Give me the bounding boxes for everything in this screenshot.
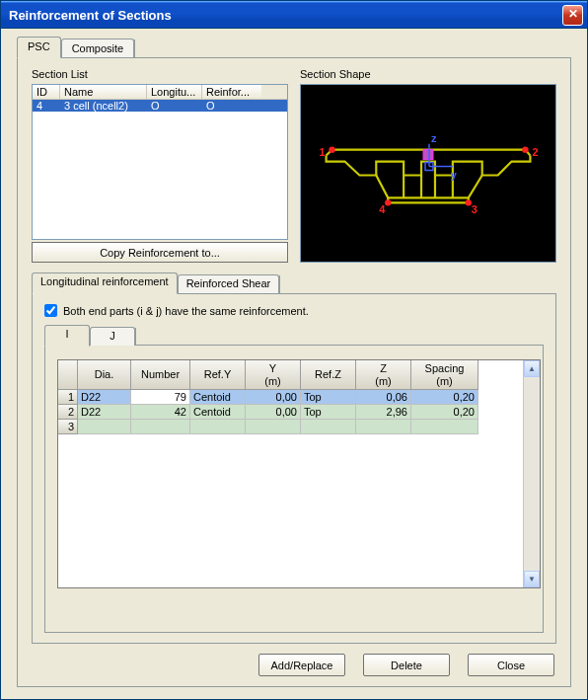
cell-longitu: O <box>147 100 202 112</box>
section-shape-block: Section Shape <box>300 68 556 263</box>
tab-composite[interactable]: Composite <box>61 39 135 57</box>
svg-point-12 <box>385 199 391 205</box>
svg-point-11 <box>522 146 528 152</box>
table-row[interactable]: 4 3 cell (ncell2) O O <box>33 100 287 112</box>
shape-svg: y z 1 2 <box>301 85 555 262</box>
ij-tabs: I J <box>44 325 544 346</box>
longitudinal-panel: Both end parts (i & j) have the same rei… <box>32 293 556 644</box>
svg-text:4: 4 <box>379 203 386 215</box>
same-reinforcement-row: Both end parts (i & j) have the same rei… <box>44 304 544 317</box>
col-ym[interactable]: Y (m) <box>246 360 301 390</box>
cell-ym[interactable]: 0,00 <box>246 405 301 420</box>
svg-text:3: 3 <box>472 203 478 215</box>
cell-id: 4 <box>33 100 60 112</box>
svg-point-10 <box>329 146 334 152</box>
section-list-grid[interactable]: ID Name Longitu... Reinfor... 4 3 cell (… <box>32 84 288 240</box>
cell-dia[interactable]: D22 <box>78 405 131 420</box>
tab-panel-psc: Section List ID Name Longitu... Reinfor.… <box>17 57 571 687</box>
cell-number[interactable]: 79 <box>131 390 190 405</box>
cell-spacing[interactable]: 0,20 <box>411 390 478 405</box>
table-row[interactable]: 3 <box>58 420 523 434</box>
cell-zm[interactable]: 2,96 <box>356 405 411 420</box>
window-title: Reinforcement of Sections <box>9 8 172 23</box>
section-list-header: ID Name Longitu... Reinfor... <box>33 85 287 100</box>
copy-reinforcement-button[interactable]: Copy Reinforcement to... <box>32 242 288 263</box>
ij-tab-separator <box>135 328 136 346</box>
row-num[interactable]: 1 <box>58 390 78 405</box>
cell-number[interactable] <box>131 420 190 434</box>
titlebar[interactable]: Reinforcement of Sections ✕ <box>1 1 587 29</box>
add-replace-button[interactable]: Add/Replace <box>258 654 345 676</box>
col-id[interactable]: ID <box>33 85 60 99</box>
section-list-label: Section List <box>32 68 288 80</box>
row-num[interactable]: 2 <box>58 405 78 420</box>
upper-row: Section List ID Name Longitu... Reinfor.… <box>32 68 556 263</box>
rebar-grid[interactable]: Dia. Number Ref.Y Y (m) Ref.Z Z (m) Spac… <box>57 359 541 588</box>
tab-i[interactable]: I <box>44 325 90 347</box>
close-button[interactable]: Close <box>468 654 554 676</box>
inner-tabs: Longitudinal reinforcement Reinforced Sh… <box>32 272 556 293</box>
outer-tabs: PSC Composite <box>17 37 571 57</box>
col-refy[interactable]: Ref.Y <box>190 360 246 390</box>
table-row[interactable]: 2 D22 42 Centoid 0,00 Top 2,96 0,20 <box>58 405 523 420</box>
section-shape-canvas[interactable]: y z 1 2 <box>300 84 556 263</box>
inner-tab-separator <box>279 275 280 293</box>
cell-ym[interactable] <box>246 420 301 434</box>
ij-panel: Dia. Number Ref.Y Y (m) Ref.Z Z (m) Spac… <box>44 345 544 633</box>
svg-text:2: 2 <box>532 146 538 158</box>
scrollbar[interactable]: ▲ ▼ <box>523 360 540 587</box>
col-rownum[interactable] <box>58 360 78 390</box>
cell-refz[interactable]: Top <box>301 405 356 420</box>
table-row[interactable]: 1 D22 79 Centoid 0,00 Top 0,06 0,20 <box>58 390 523 405</box>
cell-number[interactable]: 42 <box>131 405 190 420</box>
tab-j[interactable]: J <box>90 327 135 346</box>
main-window: Reinforcement of Sections ✕ PSC Composit… <box>0 0 588 700</box>
section-list-block: Section List ID Name Longitu... Reinfor.… <box>32 68 288 263</box>
cell-dia[interactable] <box>78 420 131 434</box>
cell-ym[interactable]: 0,00 <box>246 390 301 405</box>
row-num[interactable]: 3 <box>58 420 78 434</box>
svg-text:1: 1 <box>320 146 326 158</box>
col-longitu[interactable]: Longitu... <box>147 85 202 99</box>
cell-spacing[interactable]: 0,20 <box>411 405 478 420</box>
footer-buttons: Add/Replace Delete Close <box>32 654 556 676</box>
tab-separator <box>134 39 135 57</box>
delete-button[interactable]: Delete <box>363 654 450 676</box>
rebar-grid-header: Dia. Number Ref.Y Y (m) Ref.Z Z (m) Spac… <box>58 360 523 390</box>
svg-rect-4 <box>423 150 433 160</box>
tab-reinforced-shear[interactable]: Reinforced Shear <box>178 274 280 293</box>
cell-dia[interactable]: D22 <box>78 390 131 405</box>
col-number[interactable]: Number <box>131 360 190 390</box>
col-dia[interactable]: Dia. <box>78 360 131 390</box>
svg-text:y: y <box>451 169 458 181</box>
col-refz[interactable]: Ref.Z <box>301 360 356 390</box>
cell-reinfor: O <box>202 100 261 112</box>
cell-spacing[interactable] <box>411 420 478 434</box>
cell-refy[interactable]: Centoid <box>190 405 246 420</box>
cell-refz[interactable] <box>301 420 356 434</box>
col-reinfor[interactable]: Reinfor... <box>202 85 261 99</box>
cell-name: 3 cell (ncell2) <box>60 100 147 112</box>
cell-zm[interactable]: 0,06 <box>356 390 411 405</box>
scroll-up-icon[interactable]: ▲ <box>524 360 540 377</box>
cell-refz[interactable]: Top <box>301 390 356 405</box>
scroll-down-icon[interactable]: ▼ <box>524 571 540 587</box>
rebar-grid-main: Dia. Number Ref.Y Y (m) Ref.Z Z (m) Spac… <box>58 360 523 587</box>
cell-refy[interactable]: Centoid <box>190 390 246 405</box>
close-icon[interactable]: ✕ <box>562 5 583 26</box>
content-area: PSC Composite Section List ID Name Longi… <box>1 29 587 699</box>
col-name[interactable]: Name <box>60 85 147 99</box>
cell-refy[interactable] <box>190 420 246 434</box>
tab-longitudinal[interactable]: Longitudinal reinforcement <box>32 272 178 294</box>
tab-psc[interactable]: PSC <box>17 37 61 58</box>
svg-text:z: z <box>431 132 437 144</box>
col-zm[interactable]: Z (m) <box>356 360 411 390</box>
section-shape-label: Section Shape <box>300 68 556 80</box>
col-spacing[interactable]: Spacing (m) <box>411 360 478 390</box>
same-reinforcement-checkbox[interactable] <box>44 304 57 317</box>
same-reinforcement-label: Both end parts (i & j) have the same rei… <box>63 305 309 317</box>
cell-zm[interactable] <box>356 420 411 434</box>
